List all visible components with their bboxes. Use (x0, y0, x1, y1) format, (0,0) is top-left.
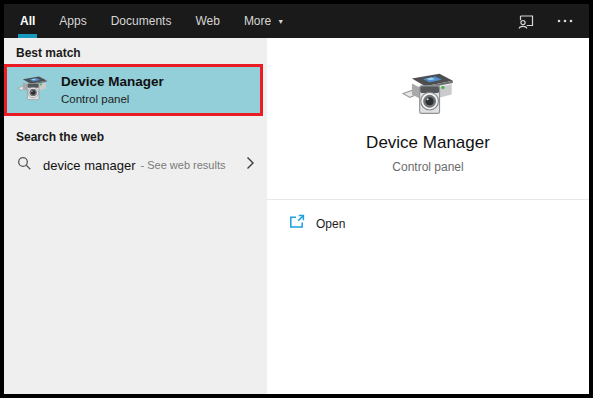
web-search-suggestion[interactable]: device manager - See web results (4, 148, 267, 182)
preview-panel: Device Manager Control panel Open (267, 38, 589, 394)
tab-web[interactable]: Web (193, 4, 221, 38)
search-filter-bar: All Apps Documents Web More ▼ (4, 4, 589, 38)
search-web-header: Search the web (16, 130, 267, 144)
more-options-icon[interactable] (557, 19, 573, 23)
topbar-spacer (306, 4, 518, 38)
open-in-new-icon (289, 214, 305, 233)
filter-tabs: All Apps Documents Web More ▼ (18, 4, 306, 38)
device-manager-icon (17, 74, 48, 106)
device-manager-icon (402, 70, 455, 121)
topbar-icons (518, 4, 573, 38)
best-match-text: Device Manager Control panel (61, 73, 164, 107)
tab-more-label: More (244, 14, 271, 28)
best-match-header: Best match (16, 46, 267, 60)
result-subtitle: Control panel (61, 92, 164, 107)
tab-apps[interactable]: Apps (57, 4, 88, 38)
open-label: Open (316, 217, 345, 231)
best-match-result[interactable]: Device Manager Control panel (4, 64, 263, 116)
suggestion-query: device manager (43, 158, 136, 173)
tab-documents[interactable]: Documents (109, 4, 174, 38)
tab-more[interactable]: More ▼ (242, 4, 286, 38)
tab-all-label: All (20, 14, 35, 28)
preview-subtitle: Control panel (392, 160, 463, 174)
chevron-right-icon[interactable] (246, 156, 255, 174)
account-icon[interactable] (518, 13, 535, 29)
open-action[interactable]: Open (267, 200, 589, 233)
tab-all[interactable]: All (18, 4, 37, 38)
search-flyout-window: All Apps Documents Web More ▼ (0, 0, 593, 398)
suggestion-hint: - See web results (141, 159, 226, 171)
search-results-area: Best match (4, 38, 589, 394)
tab-web-label: Web (195, 14, 219, 28)
result-title: Device Manager (61, 73, 164, 90)
search-icon (17, 156, 32, 175)
chevron-down-icon: ▼ (277, 18, 284, 25)
tab-documents-label: Documents (111, 14, 172, 28)
tab-apps-label: Apps (59, 14, 86, 28)
results-panel: Best match (4, 38, 267, 394)
preview-title: Device Manager (366, 133, 490, 153)
